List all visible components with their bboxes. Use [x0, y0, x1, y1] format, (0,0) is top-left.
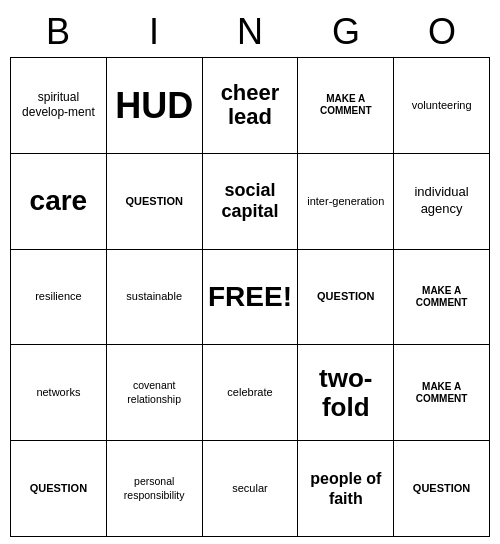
cell-10[interactable]: resilience: [11, 250, 107, 346]
letter-i: I: [106, 7, 202, 57]
cell-20[interactable]: QUESTION: [11, 441, 107, 537]
cell-18[interactable]: two-fold: [298, 345, 394, 441]
cell-6[interactable]: QUESTION: [107, 154, 203, 250]
letter-n: N: [202, 7, 298, 57]
letter-b: B: [10, 7, 106, 57]
cell-15[interactable]: networks: [11, 345, 107, 441]
bingo-card: B I N G O spiritual develop-mentHUDcheer…: [10, 7, 490, 537]
cell-16[interactable]: covenant relationship: [107, 345, 203, 441]
cell-8[interactable]: inter-generation: [298, 154, 394, 250]
cell-23[interactable]: people of faith: [298, 441, 394, 537]
cell-13[interactable]: QUESTION: [298, 250, 394, 346]
cell-21[interactable]: personal responsibility: [107, 441, 203, 537]
cell-12[interactable]: FREE!: [203, 250, 299, 346]
cell-1[interactable]: HUD: [107, 58, 203, 154]
cell-7[interactable]: social capital: [203, 154, 299, 250]
bingo-header: B I N G O: [10, 7, 490, 57]
letter-o: O: [394, 7, 490, 57]
cell-3[interactable]: MAKE A COMMENT: [298, 58, 394, 154]
cell-24[interactable]: QUESTION: [394, 441, 490, 537]
cell-11[interactable]: sustainable: [107, 250, 203, 346]
cell-4[interactable]: volunteering: [394, 58, 490, 154]
cell-17[interactable]: celebrate: [203, 345, 299, 441]
bingo-grid: spiritual develop-mentHUDcheer leadMAKE …: [10, 57, 490, 537]
cell-9[interactable]: individual agency: [394, 154, 490, 250]
cell-0[interactable]: spiritual develop-ment: [11, 58, 107, 154]
letter-g: G: [298, 7, 394, 57]
cell-14[interactable]: MAKE A COMMENT: [394, 250, 490, 346]
cell-22[interactable]: secular: [203, 441, 299, 537]
cell-19[interactable]: MAKE A COMMENT: [394, 345, 490, 441]
cell-5[interactable]: care: [11, 154, 107, 250]
cell-2[interactable]: cheer lead: [203, 58, 299, 154]
